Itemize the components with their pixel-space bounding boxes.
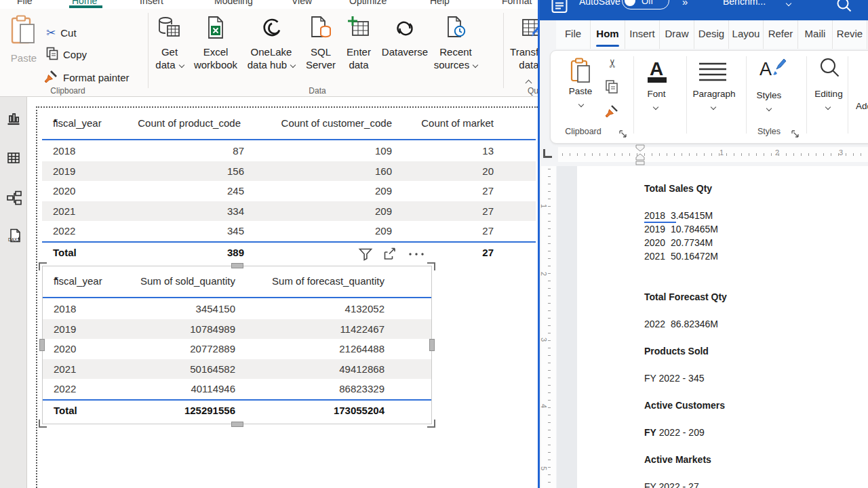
paragraph-button[interactable]: Paragraph <box>689 89 739 99</box>
paste-chevron-icon[interactable] <box>579 102 586 109</box>
cell-value: 334 <box>227 201 244 222</box>
search-icon[interactable] <box>835 0 853 18</box>
styles-chevron-icon[interactable] <box>767 106 774 113</box>
cell-value: 10784989 <box>190 319 235 340</box>
word-cut-icon[interactable]: ✂ <box>606 58 620 68</box>
cell-value: 156 <box>227 161 244 182</box>
document-page[interactable]: Total Sales Qty2018 3.45415M2019 10.7846… <box>577 166 868 488</box>
addins-button[interactable]: Add-ins <box>856 101 868 111</box>
cut-scissors-icon: ✂ <box>46 27 56 39</box>
table-row[interactable]: 201915616020 <box>42 161 536 182</box>
column-header[interactable]: Count of market <box>421 117 494 129</box>
pbi-tab-help[interactable]: Help <box>430 0 450 6</box>
table-row[interactable]: 20191078498911422467 <box>43 319 431 340</box>
model-view-icon[interactable] <box>5 189 22 205</box>
resize-corner[interactable] <box>39 420 47 428</box>
table-row[interactable]: 20188710913 <box>42 141 536 161</box>
cell-value: 4132052 <box>345 299 384 319</box>
column-header[interactable]: Count of product_code <box>138 117 241 129</box>
styles-dialog-launcher-icon[interactable] <box>791 129 800 141</box>
word-copy-icon[interactable] <box>605 79 618 97</box>
table-row[interactable]: 20215016458249412868 <box>43 359 431 380</box>
table-row[interactable]: 202234520927 <box>42 221 536 241</box>
h-ruler-number: 1 <box>719 148 724 157</box>
editing-button[interactable]: Editing <box>810 89 848 99</box>
word-tab-draw[interactable]: Draw <box>660 20 694 49</box>
doc-heading: Active Markets <box>644 454 711 465</box>
cell-value: 245 <box>227 181 244 201</box>
table-row[interactable]: 202133420927 <box>42 201 536 222</box>
word-tab-insert[interactable]: Insert <box>625 20 660 49</box>
word-tab-revie[interactable]: Revie <box>833 20 867 49</box>
pbi-tab-view[interactable]: View <box>292 0 312 6</box>
grammar-underlined-text: 2018 3 <box>644 210 676 223</box>
filter-icon[interactable] <box>358 247 373 262</box>
word-tab-desig[interactable]: Desig <box>694 20 729 49</box>
collapse-ribbon-icon[interactable] <box>524 79 533 85</box>
cut-button[interactable]: ✂ Cut <box>46 24 77 41</box>
column-header[interactable]: Sum of forecast_quantity <box>272 275 384 287</box>
v-ruler-number: 5 <box>540 466 548 470</box>
autosave-toggle[interactable]: Off <box>622 0 669 9</box>
h-ruler-number: 3 <box>839 148 843 157</box>
paragraph-chevron-icon[interactable] <box>711 105 718 112</box>
styles-button[interactable]: Styles <box>753 90 785 100</box>
column-header[interactable]: Sum of sold_quantity <box>140 275 235 287</box>
word-format-painter-icon[interactable] <box>604 104 619 121</box>
pbi-tab-insert[interactable]: Insert <box>140 0 163 6</box>
more-commands-chevrons[interactable]: » <box>682 0 688 7</box>
word-tab-hom[interactable]: Hom <box>591 20 625 49</box>
column-header[interactable]: Count of customer_code <box>281 117 392 129</box>
word-tab-layou[interactable]: Layou <box>729 20 764 49</box>
pbi-tab-home[interactable]: Home <box>72 0 97 6</box>
clipboard-dialog-launcher-icon[interactable] <box>618 129 627 141</box>
styles-group-label: Styles <box>749 127 789 136</box>
resize-handle[interactable] <box>231 263 243 268</box>
table-row[interactable]: 20202077288921264488 <box>43 339 431 359</box>
font-button[interactable]: Font <box>637 89 675 99</box>
table-view-icon[interactable] <box>5 150 22 166</box>
dax-query-view-icon[interactable]: DAX <box>5 227 22 243</box>
resize-handle[interactable] <box>231 422 243 427</box>
editing-chevron-icon[interactable] <box>826 105 833 112</box>
toggle-knob <box>625 0 635 6</box>
table-visual-quantities[interactable]: fiscal_yearSum of sold_quantitySum of fo… <box>43 268 431 420</box>
word-tab-file[interactable]: File <box>556 20 591 49</box>
paste-button[interactable]: Paste <box>4 14 43 64</box>
copy-button[interactable]: Copy <box>46 45 87 63</box>
more-options-icon[interactable] <box>407 247 426 262</box>
indent-markers[interactable] <box>635 144 646 166</box>
pbi-tab-format[interactable]: Format <box>502 0 532 6</box>
pbi-tab-file[interactable]: File <box>17 0 33 6</box>
word-tab-maili[interactable]: Maili <box>798 20 833 49</box>
cell-value: 50164582 <box>190 359 235 380</box>
report-view-icon[interactable] <box>5 110 22 127</box>
tab-stop-selector[interactable] <box>543 149 552 158</box>
table-row[interactable]: 201834541504132052 <box>43 299 431 319</box>
resize-corner[interactable] <box>427 420 435 428</box>
focus-mode-icon[interactable] <box>382 247 397 262</box>
cell-fiscal-year: 2022 <box>53 221 75 241</box>
ribbon-button-recent-sources[interactable]: Recentsources <box>425 14 486 71</box>
table-visual-counts[interactable]: fiscal_yearCount of product_codeCount of… <box>42 110 536 262</box>
format-painter-button[interactable]: Format painter <box>43 68 130 86</box>
table-total-row[interactable]: Total38927 <box>42 241 536 262</box>
title-chevron-down-icon[interactable] <box>787 1 791 5</box>
column-header[interactable]: fiscal_year <box>53 117 102 129</box>
pbi-tab-optimize[interactable]: Optimize <box>349 0 387 6</box>
table-total-row[interactable]: Total125291556173055204 <box>43 399 431 420</box>
excel-workbook-icon <box>185 14 246 45</box>
word-paste-button[interactable] <box>570 58 593 87</box>
table-row[interactable]: 202024520927 <box>42 181 536 201</box>
column-header[interactable]: fiscal_year <box>54 275 102 287</box>
word-tab-refer[interactable]: Refer <box>764 20 798 49</box>
ribbon-button-excel-workbook[interactable]: Excelworkbook <box>185 14 246 71</box>
table-row[interactable]: 20224011494686823329 <box>43 379 431 399</box>
total-value: 27 <box>482 243 494 262</box>
document-title[interactable]: Benchm... <box>723 0 766 7</box>
view-navigation: DAX <box>0 97 27 488</box>
pbi-tab-modeling[interactable]: Modeling <box>214 0 253 6</box>
cell-value: 40114946 <box>191 379 235 399</box>
v-ruler-number: 1 <box>540 204 548 208</box>
font-chevron-icon[interactable] <box>654 105 660 112</box>
